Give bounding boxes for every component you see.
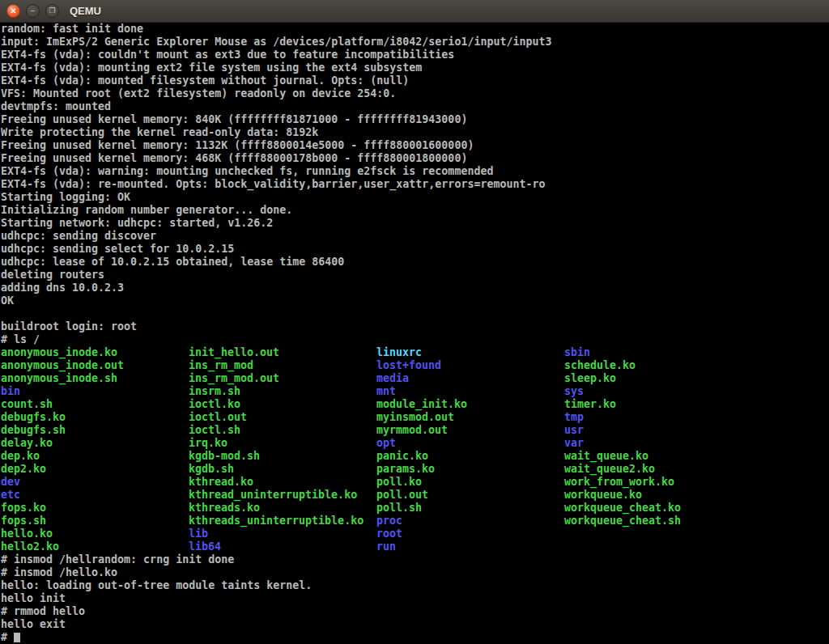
file-entry: ins_rm_mod.out (189, 372, 376, 385)
terminal-line: input: ImExPS/2 Generic Explorer Mouse a… (1, 36, 829, 49)
file-entry: ioctl.sh (189, 424, 376, 437)
file-entry: kgdb.sh (189, 463, 376, 476)
file-entry: kthreads.ko (189, 502, 376, 515)
file-entry: sys (564, 385, 752, 398)
file-entry: lost+found (376, 359, 564, 372)
terminal-line: count.shioctl.komodule_init.kotimer.ko (1, 398, 829, 411)
file-entry: media (376, 372, 564, 385)
file-entry: opt (376, 437, 564, 450)
file-entry: myinsmod.out (376, 411, 564, 424)
file-entry: wait_queue.ko (564, 450, 752, 463)
file-entry: sleep.ko (564, 372, 752, 385)
terminal-line: # (1, 631, 829, 644)
terminal-screen[interactable]: random: fast init doneinput: ImExPS/2 Ge… (0, 23, 829, 644)
file-entry: mnt (376, 385, 564, 398)
file-entry: workqueue_cheat.ko (564, 502, 752, 515)
terminal-line: # rmmod hello (1, 605, 829, 618)
terminal-line: deleting routers (1, 269, 829, 282)
file-entry: debugfs.sh (1, 424, 189, 437)
terminal-line: Freeing unused kernel memory: 840K (ffff… (1, 113, 829, 126)
terminal-line: debugfs.koioctl.outmyinsmod.outtmp (1, 411, 829, 424)
file-entry: tmp (564, 411, 752, 424)
file-entry: bin (1, 385, 189, 398)
file-entry: usr (564, 424, 752, 437)
file-entry: kthread.ko (189, 476, 376, 489)
terminal-line: Starting logging: OK (1, 191, 829, 204)
window-title: QEMU (70, 5, 101, 17)
terminal-line: devkthread.kopoll.kowork_from_work.ko (1, 476, 829, 489)
file-entry: workqueue.ko (564, 489, 752, 502)
file-entry: panic.ko (376, 450, 564, 463)
file-entry: ioctl.out (189, 411, 376, 424)
file-entry: proc (376, 515, 564, 527)
terminal-line: udhcpc: sending select for 10.0.2.15 (1, 243, 829, 256)
terminal-line: buildroot login: root (1, 320, 829, 333)
terminal-line: # insmod /hellrandom: crng init done (1, 553, 829, 566)
maximize-button[interactable]: ❐ (45, 4, 59, 18)
file-entry: etc (1, 489, 189, 502)
file-entry: anonymous_inode.ko (1, 346, 189, 359)
file-entry: irq.ko (189, 437, 376, 450)
file-entry: myrmmod.out (376, 424, 564, 437)
file-entry: hello2.ko (1, 540, 189, 553)
file-entry: timer.ko (564, 398, 752, 411)
terminal-line: hello exit (1, 618, 829, 631)
terminal-line: Starting network: udhcpc: started, v1.26… (1, 217, 829, 230)
terminal-line: fops.shkthreads_uninterruptible.koprocwo… (1, 515, 829, 527)
file-entry: run (376, 540, 564, 553)
file-entry: sbin (564, 346, 752, 359)
file-entry: schedule.ko (564, 359, 752, 372)
file-entry: anonymous_inode.out (1, 359, 189, 372)
file-entry: insrm.sh (189, 385, 376, 398)
terminal-line: bininsrm.shmntsys (1, 385, 829, 398)
file-entry: poll.ko (376, 476, 564, 489)
file-entry: ins_rm_mod (189, 359, 376, 372)
minimize-button[interactable]: – (26, 4, 40, 18)
file-entry: delay.ko (1, 437, 189, 450)
terminal-line: EXT4-fs (vda): mounted filesystem withou… (1, 74, 829, 87)
file-entry: kthread_uninterruptible.ko (189, 489, 376, 502)
terminal-line: anonymous_inode.koinit_hello.outlinuxrcs… (1, 346, 829, 359)
terminal-line: anonymous_inode.outins_rm_modlost+founds… (1, 359, 829, 372)
terminal-line: etckthread_uninterruptible.kopoll.outwor… (1, 489, 829, 502)
terminal-line: Write protecting the kernel read-only da… (1, 126, 829, 139)
file-entry: poll.out (376, 489, 564, 502)
file-entry: kgdb-mod.sh (189, 450, 376, 463)
file-entry: root (376, 527, 564, 540)
terminal-line: adding dns 10.0.2.3 (1, 282, 829, 294)
terminal-line: EXT4-fs (vda): couldn't mount as ext3 du… (1, 49, 829, 61)
file-entry: debugfs.ko (1, 411, 189, 424)
terminal-line: delay.koirq.kooptvar (1, 437, 829, 450)
terminal-line: devtmpfs: mounted (1, 100, 829, 113)
file-entry: ioctl.ko (189, 398, 376, 411)
terminal-line: dep.kokgdb-mod.shpanic.kowait_queue.ko (1, 450, 829, 463)
window-titlebar[interactable]: ✕ – ❐ QEMU (0, 0, 829, 23)
terminal-line: anonymous_inode.shins_rm_mod.outmediasle… (1, 372, 829, 385)
terminal-line: VFS: Mounted root (ext2 filesystem) read… (1, 87, 829, 100)
terminal-line: OK (1, 294, 829, 307)
close-button[interactable]: ✕ (6, 4, 20, 18)
file-entry: hello.ko (1, 527, 189, 540)
terminal-line (1, 307, 829, 320)
file-entry: module_init.ko (376, 398, 564, 411)
terminal-line: udhcpc: lease of 10.0.2.15 obtained, lea… (1, 256, 829, 269)
file-entry: lib64 (189, 540, 376, 553)
terminal-line: hello init (1, 592, 829, 605)
file-entry: count.sh (1, 398, 189, 411)
terminal-line: Freeing unused kernel memory: 1132K (fff… (1, 139, 829, 152)
terminal-line: # insmod /hello.ko (1, 566, 829, 579)
terminal-line: hello2.kolib64run (1, 540, 829, 553)
file-entry: linuxrc (376, 346, 564, 359)
file-entry: dev (1, 476, 189, 489)
terminal-line: hello: loading out-of-tree module taints… (1, 579, 829, 592)
terminal-line: dep2.kokgdb.shparams.kowait_queue2.ko (1, 463, 829, 476)
terminal-line: hello.kolibroot (1, 527, 829, 540)
file-entry: dep2.ko (1, 463, 189, 476)
terminal-line: debugfs.shioctl.shmyrmmod.outusr (1, 424, 829, 437)
file-entry: workqueue_cheat.sh (564, 515, 752, 527)
file-entry: dep.ko (1, 450, 189, 463)
close-icon: ✕ (10, 7, 16, 15)
file-entry: init_hello.out (189, 346, 376, 359)
file-entry: work_from_work.ko (564, 476, 752, 489)
terminal-line: # ls / (1, 333, 829, 346)
